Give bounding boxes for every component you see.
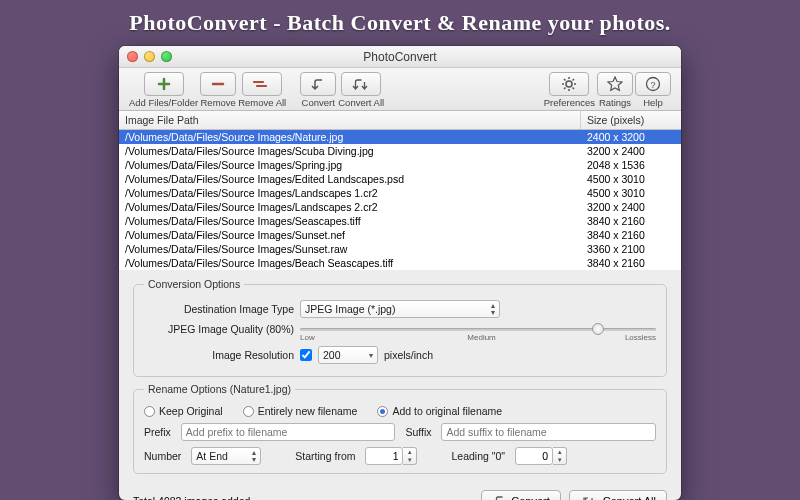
table-row[interactable]: /Volumes/Data/Files/Source Images/Nature… bbox=[119, 130, 681, 144]
cell-path: /Volumes/Data/Files/Source Images/Beach … bbox=[119, 256, 581, 270]
convert-icon bbox=[309, 77, 327, 91]
slider-thumb-icon[interactable] bbox=[592, 323, 604, 335]
table-row[interactable]: /Volumes/Data/Files/Source Images/Sunset… bbox=[119, 228, 681, 242]
tick-low: Low bbox=[300, 333, 315, 342]
table-row[interactable]: /Volumes/Data/Files/Source Images/Sunset… bbox=[119, 242, 681, 256]
tick-high: Lossless bbox=[625, 333, 656, 342]
footer-convert-all-button[interactable]: Convert All bbox=[569, 490, 667, 500]
status-text: Total 4982 images added bbox=[133, 495, 473, 500]
column-path[interactable]: Image File Path bbox=[119, 111, 581, 129]
radio-add-to-original[interactable]: Add to original filename bbox=[377, 405, 502, 417]
table-header: Image File Path Size (pixels) bbox=[119, 111, 681, 130]
resolution-label: Image Resolution bbox=[144, 349, 294, 361]
cell-size: 4500 x 3010 bbox=[581, 172, 681, 186]
starting-from-label: Starting from bbox=[295, 450, 355, 462]
suffix-label: Suffix bbox=[405, 426, 431, 438]
app-window: PhotoConvert Add Files/Folder Remove Rem… bbox=[119, 46, 681, 500]
cell-path: /Volumes/Data/Files/Source Images/Edited… bbox=[119, 172, 581, 186]
stepper[interactable]: ▴▾ bbox=[403, 447, 417, 465]
cell-path: /Volumes/Data/Files/Source Images/Landsc… bbox=[119, 200, 581, 214]
suffix-input[interactable] bbox=[441, 423, 656, 441]
window-title: PhotoConvert bbox=[119, 50, 681, 64]
add-files-button[interactable]: Add Files/Folder bbox=[129, 72, 198, 108]
remove-button[interactable]: Remove bbox=[200, 72, 236, 108]
convert-all-icon bbox=[580, 495, 598, 500]
table-row[interactable]: /Volumes/Data/Files/Source Images/Beach … bbox=[119, 256, 681, 270]
chevron-updown-icon: ▴▾ bbox=[491, 302, 495, 316]
quality-slider[interactable]: Low Medium Lossless bbox=[300, 322, 656, 336]
ratings-button[interactable]: Ratings bbox=[597, 72, 633, 108]
prefix-input[interactable] bbox=[181, 423, 396, 441]
cell-size: 3200 x 2400 bbox=[581, 144, 681, 158]
rename-options: Rename Options (Nature1.jpg) Keep Origin… bbox=[133, 383, 667, 474]
convert-icon bbox=[492, 495, 506, 500]
plus-icon bbox=[157, 77, 171, 91]
number-position-select[interactable]: At End ▴▾ bbox=[191, 447, 261, 465]
convert-button[interactable]: Convert bbox=[300, 72, 336, 108]
starting-from-input[interactable] bbox=[365, 447, 403, 465]
ratings-label: Ratings bbox=[599, 97, 631, 108]
leading-zero-label: Leading "0" bbox=[451, 450, 505, 462]
leading-zero-input[interactable] bbox=[515, 447, 553, 465]
table-row[interactable]: /Volumes/Data/Files/Source Images/Landsc… bbox=[119, 200, 681, 214]
table-row[interactable]: /Volumes/Data/Files/Source Images/Scuba … bbox=[119, 144, 681, 158]
radio-entirely-new[interactable]: Entirely new filename bbox=[243, 405, 358, 417]
preferences-label: Preferences bbox=[544, 97, 595, 108]
dest-type-select[interactable]: JPEG Image (*.jpg) ▴▾ bbox=[300, 300, 500, 318]
tick-med: Medium bbox=[467, 333, 495, 342]
table-row[interactable]: /Volumes/Data/Files/Source Images/Spring… bbox=[119, 158, 681, 172]
cell-size: 3840 x 2160 bbox=[581, 256, 681, 270]
toolbar: Add Files/Folder Remove Remove All Conve… bbox=[119, 68, 681, 111]
cell-size: 3840 x 2160 bbox=[581, 228, 681, 242]
cell-path: /Volumes/Data/Files/Source Images/Sunset… bbox=[119, 228, 581, 242]
footer-convert-button[interactable]: Convert bbox=[481, 490, 561, 500]
preferences-button[interactable]: Preferences bbox=[544, 72, 595, 108]
resolution-value: 200 bbox=[323, 349, 341, 361]
cell-path: /Volumes/Data/Files/Source Images/Seasca… bbox=[119, 214, 581, 228]
help-label: Help bbox=[643, 97, 663, 108]
table-row[interactable]: /Volumes/Data/Files/Source Images/Edited… bbox=[119, 172, 681, 186]
help-button[interactable]: ? Help bbox=[635, 72, 671, 108]
stepper[interactable]: ▴▾ bbox=[553, 447, 567, 465]
svg-point-0 bbox=[566, 81, 572, 87]
cell-path: /Volumes/Data/Files/Source Images/Nature… bbox=[119, 130, 581, 144]
number-label: Number bbox=[144, 450, 181, 462]
resolution-checkbox[interactable] bbox=[300, 349, 312, 361]
resolution-unit: pixels/inch bbox=[384, 349, 433, 361]
convert-label: Convert bbox=[302, 97, 335, 108]
conversion-legend: Conversion Options bbox=[144, 278, 244, 290]
chevron-down-icon: ▾ bbox=[369, 351, 373, 360]
convert-all-button[interactable]: Convert All bbox=[338, 72, 384, 108]
table-row[interactable]: /Volumes/Data/Files/Source Images/Seasca… bbox=[119, 214, 681, 228]
quality-label: JPEG Image Quality (80%) bbox=[144, 323, 294, 335]
column-size[interactable]: Size (pixels) bbox=[581, 111, 681, 129]
minus-all-icon bbox=[252, 77, 272, 91]
remove-label: Remove bbox=[200, 97, 235, 108]
radio-keep-original[interactable]: Keep Original bbox=[144, 405, 223, 417]
dest-type-label: Destination Image Type bbox=[144, 303, 294, 315]
cell-size: 4500 x 3010 bbox=[581, 186, 681, 200]
resolution-select[interactable]: 200 ▾ bbox=[318, 346, 378, 364]
table-row[interactable]: /Volumes/Data/Files/Source Images/Landsc… bbox=[119, 186, 681, 200]
conversion-options: Conversion Options Destination Image Typ… bbox=[133, 278, 667, 377]
footer-convert-label: Convert bbox=[511, 495, 550, 500]
cell-path: /Volumes/Data/Files/Source Images/Spring… bbox=[119, 158, 581, 172]
file-list[interactable]: /Volumes/Data/Files/Source Images/Nature… bbox=[119, 130, 681, 270]
dest-type-value: JPEG Image (*.jpg) bbox=[305, 303, 395, 315]
chevron-updown-icon: ▴▾ bbox=[252, 449, 256, 463]
remove-all-button[interactable]: Remove All bbox=[238, 72, 286, 108]
cell-size: 3840 x 2160 bbox=[581, 214, 681, 228]
number-position-value: At End bbox=[196, 450, 228, 462]
cell-size: 2048 x 1536 bbox=[581, 158, 681, 172]
star-icon bbox=[607, 76, 623, 92]
minus-icon bbox=[211, 77, 225, 91]
footer-convert-all-label: Convert All bbox=[603, 495, 656, 500]
convert-all-label: Convert All bbox=[338, 97, 384, 108]
add-files-label: Add Files/Folder bbox=[129, 97, 198, 108]
help-icon: ? bbox=[645, 76, 661, 92]
window-titlebar: PhotoConvert bbox=[119, 46, 681, 68]
convert-all-icon bbox=[350, 77, 372, 91]
gear-icon bbox=[561, 76, 577, 92]
cell-size: 3360 x 2100 bbox=[581, 242, 681, 256]
rename-legend: Rename Options (Nature1.jpg) bbox=[144, 383, 295, 395]
